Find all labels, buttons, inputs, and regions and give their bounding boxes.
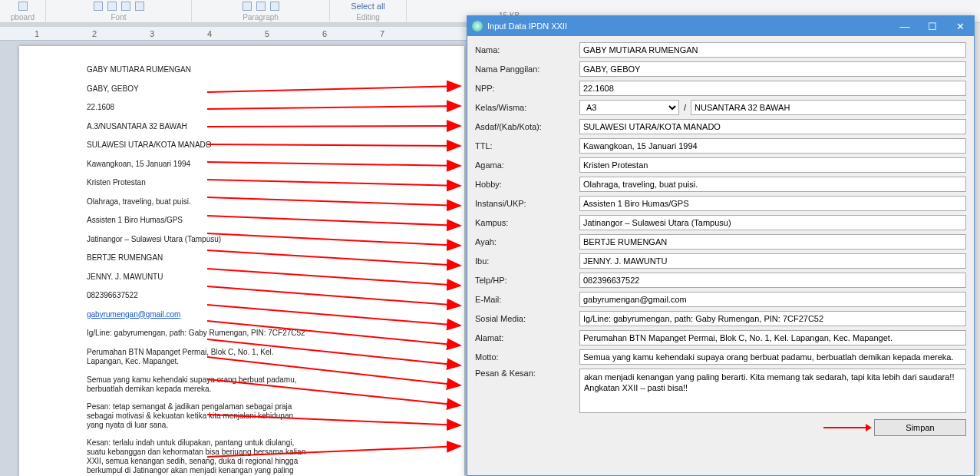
ruler-mark: 3 bbox=[150, 29, 154, 38]
doc-line: GABY MUTIARA RUMENGAN bbox=[87, 65, 311, 74]
label-telp: Telp/HP: bbox=[475, 276, 579, 285]
close-button[interactable]: ✕ bbox=[946, 16, 974, 36]
doc-line: BERTJE RUMENGAN bbox=[87, 253, 311, 263]
para-icon[interactable] bbox=[270, 2, 279, 11]
input-ayah[interactable] bbox=[579, 234, 966, 250]
select-kelas[interactable]: A3 bbox=[579, 100, 679, 115]
dialog-title: Input Data IPDN XXII bbox=[487, 21, 567, 31]
input-asdaf[interactable] bbox=[579, 119, 966, 134]
label-kelas: Kelas/Wisma: bbox=[475, 103, 579, 112]
ruler-mark: 7 bbox=[380, 29, 384, 38]
doc-line: gabyrumengan@gmail.com bbox=[87, 310, 311, 319]
label-instansi: Instansi/UKP: bbox=[475, 199, 579, 208]
input-wisma[interactable] bbox=[691, 100, 966, 115]
form-area: Nama: Nama Panggilan: NPP: Kelas/Wisma: … bbox=[467, 36, 974, 475]
input-email[interactable] bbox=[579, 292, 966, 307]
minimize-button[interactable]: — bbox=[891, 16, 919, 36]
label-ayah: Ayah: bbox=[475, 237, 579, 246]
doc-line: Ig/Line: gabyrumengan, path: Gaby Rumeng… bbox=[87, 329, 311, 338]
doc-line: Kristen Protestan bbox=[87, 178, 311, 187]
document-page: GABY MUTIARA RUMENGANGABY, GEBOY22.1608A… bbox=[19, 46, 464, 476]
label-ttl: TTL: bbox=[475, 141, 579, 150]
ribbon-label-editing: Editing bbox=[356, 12, 380, 21]
ruler-mark: 1 bbox=[35, 29, 39, 38]
label-kampus: Kampus: bbox=[475, 218, 579, 227]
label-pesan: Pesan & Kesan: bbox=[475, 369, 579, 378]
doc-line: Perumahan BTN Mapanget Permai, Blok C, N… bbox=[87, 348, 311, 366]
doc-line: GABY, GEBOY bbox=[87, 84, 311, 94]
input-instansi[interactable] bbox=[579, 196, 966, 211]
font-icon[interactable] bbox=[135, 2, 144, 11]
font-icon[interactable] bbox=[121, 2, 130, 11]
label-motto: Motto: bbox=[475, 352, 579, 362]
ribbon-font: Font bbox=[46, 0, 192, 23]
para-icon[interactable] bbox=[256, 2, 266, 11]
doc-line: Kesan: terlalu indah untuk dilupakan, pa… bbox=[87, 438, 311, 476]
input-ibu[interactable] bbox=[579, 253, 966, 269]
label-sosmed: Sosial Media: bbox=[475, 314, 579, 323]
ribbon-editing: Select all Editing bbox=[330, 0, 407, 23]
doc-line: Pesan: tetap semangat & jadikan pengalam… bbox=[87, 402, 311, 430]
doc-line: A.3/NUSANTARA 32 BAWAH bbox=[87, 122, 311, 131]
ribbon-paragraph: Paragraph bbox=[192, 0, 330, 23]
ribbon-label-font: Font bbox=[111, 12, 126, 21]
doc-line: JENNY. J. MAWUNTU bbox=[87, 273, 311, 282]
font-icon[interactable] bbox=[107, 2, 117, 11]
doc-line: 22.1608 bbox=[87, 103, 311, 112]
ruler-mark: 5 bbox=[265, 29, 269, 38]
slash-sep: / bbox=[682, 103, 688, 112]
input-hobby[interactable] bbox=[579, 177, 966, 192]
ribbon-clipboard: pboard bbox=[0, 0, 46, 23]
app-icon bbox=[472, 21, 483, 31]
document-pane: 1234567 GABY MUTIARA RUMENGANGABY, GEBOY… bbox=[0, 23, 468, 476]
select-all-button[interactable]: Select all bbox=[351, 2, 385, 11]
label-alamat: Alamat: bbox=[475, 333, 579, 342]
input-sosmed[interactable] bbox=[579, 311, 966, 326]
input-motto[interactable] bbox=[579, 349, 966, 365]
input-dialog: Input Data IPDN XXII — ☐ ✕ Nama: Nama Pa… bbox=[467, 15, 975, 476]
input-npp[interactable] bbox=[579, 81, 966, 96]
input-panggilan[interactable] bbox=[579, 61, 966, 77]
doc-line: Kawangkoan, 15 Januari 1994 bbox=[87, 160, 311, 169]
horizontal-ruler: 1234567 bbox=[0, 27, 468, 41]
font-icon[interactable] bbox=[94, 2, 103, 11]
input-agama[interactable] bbox=[579, 157, 966, 173]
simpan-button[interactable]: Simpan bbox=[874, 419, 966, 436]
doc-line: Assisten 1 Biro Humas/GPS bbox=[87, 216, 311, 225]
annotation-arrow-simpan bbox=[823, 427, 869, 428]
doc-line: 082396637522 bbox=[87, 291, 311, 300]
label-nama: Nama: bbox=[475, 45, 579, 55]
ribbon-label-clipboard: pboard bbox=[11, 12, 35, 21]
ruler-mark: 4 bbox=[207, 29, 212, 38]
doc-line: Semua yang kamu kehendaki supaya orang b… bbox=[87, 375, 311, 394]
textarea-pesan[interactable]: akan menjadi kenangan yang paling berart… bbox=[579, 369, 966, 413]
label-ibu: Ibu: bbox=[475, 256, 579, 266]
input-telp[interactable] bbox=[579, 273, 966, 288]
label-npp: NPP: bbox=[475, 84, 579, 93]
doc-line: Olahraga, traveling, buat puisi. bbox=[87, 197, 311, 207]
ruler-mark: 6 bbox=[322, 29, 327, 38]
input-kampus[interactable] bbox=[579, 215, 966, 230]
ruler-mark: 2 bbox=[92, 29, 97, 38]
dialog-titlebar[interactable]: Input Data IPDN XXII — ☐ ✕ bbox=[467, 16, 974, 36]
label-asdaf: Asdaf/(Kab/Kota): bbox=[475, 122, 579, 131]
label-email: E-Mail: bbox=[475, 295, 579, 304]
label-agama: Agama: bbox=[475, 160, 579, 170]
clipboard-icon[interactable] bbox=[18, 2, 28, 11]
input-nama[interactable] bbox=[579, 42, 966, 58]
doc-line: Jatinangor – Sulawesi Utara (Tampusu) bbox=[87, 235, 311, 244]
input-ttl[interactable] bbox=[579, 138, 966, 154]
doc-line: SULAWESI UTARA/KOTA MANADO bbox=[87, 140, 311, 150]
label-hobby: Hobby: bbox=[475, 180, 579, 189]
label-panggilan: Nama Panggilan: bbox=[475, 64, 579, 74]
ribbon-label-paragraph: Paragraph bbox=[243, 12, 279, 21]
maximize-button[interactable]: ☐ bbox=[919, 16, 946, 36]
input-alamat[interactable] bbox=[579, 330, 966, 345]
para-icon[interactable] bbox=[243, 2, 252, 11]
